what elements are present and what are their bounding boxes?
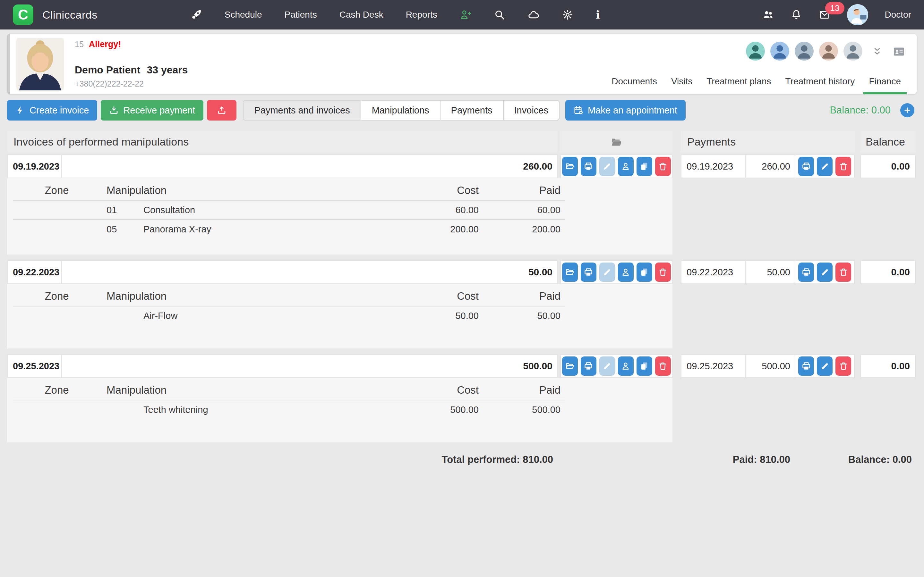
print-invoice-button[interactable]	[581, 356, 596, 376]
staff-avatar[interactable]	[795, 42, 814, 61]
nav-item-reports[interactable]: Reports	[406, 10, 437, 20]
delete-invoice-button[interactable]	[655, 356, 671, 376]
edit-invoice-button-disabled[interactable]	[599, 356, 615, 376]
view-segmented-control: Payments and invoices Manipulations Paym…	[243, 100, 559, 121]
payment-row[interactable]: 09.22.2023 50.00	[681, 260, 855, 284]
invoice-row[interactable]: 09.22.2023 50.00	[7, 260, 557, 284]
payment-amount: 500.00	[746, 355, 795, 377]
payment-row[interactable]: 09.25.2023 500.00	[681, 354, 855, 378]
manipulation-cost: 200.00	[395, 224, 479, 235]
user-role-label[interactable]: Doctor	[885, 10, 911, 20]
top-navbar: C Cliniccards Schedule Patients Cash Des…	[0, 0, 924, 29]
add-patient-icon[interactable]	[460, 9, 471, 21]
delete-payment-button[interactable]	[835, 263, 851, 282]
folder-open-icon	[565, 361, 575, 371]
assign-person-button[interactable]	[618, 157, 634, 176]
staff-avatar[interactable]	[819, 42, 838, 61]
delete-invoice-button[interactable]	[655, 263, 671, 282]
tab-treatment-history[interactable]: Treatment history	[779, 76, 862, 94]
print-invoice-button[interactable]	[581, 157, 596, 176]
copy-invoice-button[interactable]	[636, 263, 652, 282]
staff-avatar[interactable]	[843, 42, 863, 61]
edit-payment-button[interactable]	[817, 356, 833, 376]
col-paid: Paid	[479, 384, 561, 396]
patient-name[interactable]: Demo Patient	[75, 64, 140, 76]
segment-payments[interactable]: Payments	[441, 101, 504, 120]
assign-person-button[interactable]	[618, 263, 634, 282]
nav-item-schedule[interactable]: Schedule	[225, 10, 262, 20]
manipulation-row[interactable]: 05 Panorama X-ray 200.00 200.00	[7, 220, 672, 239]
open-folder-button[interactable]	[562, 263, 578, 282]
open-folder-button[interactable]	[562, 356, 578, 376]
segment-manipulations[interactable]: Manipulations	[361, 101, 441, 120]
mail-button[interactable]: 13	[819, 9, 830, 21]
print-payment-button[interactable]	[798, 356, 814, 376]
print-payment-button[interactable]	[798, 263, 814, 282]
delete-payment-button[interactable]	[835, 157, 851, 176]
edit-invoice-button-disabled[interactable]	[599, 157, 615, 176]
actions-column-header	[560, 131, 672, 153]
patient-tabs: Documents Visits Treatment plans Treatme…	[604, 76, 908, 94]
tab-treatment-plans[interactable]: Treatment plans	[699, 76, 778, 94]
manipulation-row[interactable]: Teeth whitening 500.00 500.00	[7, 400, 672, 419]
search-icon[interactable]	[494, 9, 505, 21]
plus-icon	[903, 106, 911, 114]
payment-row[interactable]: 09.19.2023 260.00	[681, 155, 855, 178]
pencil-icon	[820, 268, 830, 277]
app-logo[interactable]: C	[13, 5, 33, 25]
payment-actions	[795, 155, 854, 177]
add-balance-button[interactable]	[900, 103, 914, 117]
segment-invoices[interactable]: Invoices	[504, 101, 559, 120]
staff-avatar[interactable]	[746, 42, 765, 61]
assign-person-button[interactable]	[618, 356, 634, 376]
trash-icon	[838, 161, 848, 171]
manipulation-row[interactable]: Air-Flow 50.00 50.00	[7, 306, 672, 325]
col-paid: Paid	[479, 290, 561, 302]
open-folder-button[interactable]	[562, 157, 578, 176]
invoice-date: 09.19.2023	[8, 155, 61, 177]
tab-visits[interactable]: Visits	[664, 76, 699, 94]
copy-invoice-button[interactable]	[636, 157, 652, 176]
chevron-double-down-icon[interactable]	[871, 46, 883, 57]
allergy-alert[interactable]: Allergy!	[89, 39, 121, 49]
col-zone: Zone	[7, 184, 107, 197]
upload-icon	[217, 105, 226, 115]
notifications-bell-icon[interactable]	[790, 9, 802, 21]
delete-payment-button[interactable]	[835, 356, 851, 376]
staff-avatar-list	[746, 42, 863, 61]
tab-documents[interactable]: Documents	[604, 76, 664, 94]
create-invoice-button[interactable]: Create invoice	[7, 100, 97, 121]
receive-payment-button[interactable]: Receive payment	[101, 100, 204, 121]
rocket-icon[interactable]	[191, 9, 202, 21]
person-icon	[621, 361, 630, 371]
cloud-icon[interactable]	[528, 9, 540, 21]
delete-invoice-button[interactable]	[655, 157, 671, 176]
staff-avatar[interactable]	[771, 42, 789, 61]
segment-payments-and-invoices[interactable]: Payments and invoices	[244, 101, 361, 120]
make-appointment-button[interactable]: Make an appointment	[565, 100, 686, 121]
edit-payment-button[interactable]	[817, 263, 833, 282]
copy-invoice-button[interactable]	[636, 356, 652, 376]
edit-payment-button[interactable]	[817, 157, 833, 176]
manipulation-row[interactable]: 01 Consultation 60.00 60.00	[7, 201, 672, 219]
info-icon[interactable]: i	[596, 8, 600, 21]
tab-finance[interactable]: Finance	[862, 76, 908, 94]
print-invoice-button[interactable]	[581, 263, 596, 282]
copy-icon	[640, 161, 649, 171]
print-payment-button[interactable]	[798, 157, 814, 176]
user-avatar[interactable]	[847, 4, 868, 25]
staff-users-icon[interactable]	[762, 9, 774, 21]
manipulation-paid: 200.00	[479, 224, 561, 235]
invoice-row[interactable]: 09.19.2023 260.00	[7, 155, 557, 178]
nav-item-patients[interactable]: Patients	[284, 10, 317, 20]
contact-card-icon[interactable]	[891, 45, 907, 58]
patient-phone[interactable]: +380(22)222-22-22	[75, 79, 188, 89]
nav-item-cash-desk[interactable]: Cash Desk	[339, 10, 383, 20]
folder-open-icon	[565, 268, 575, 277]
upload-button[interactable]	[207, 100, 236, 121]
manipulation-cost: 500.00	[395, 405, 479, 415]
patient-photo[interactable]	[16, 38, 64, 90]
edit-invoice-button-disabled[interactable]	[599, 263, 615, 282]
settings-gear-icon[interactable]	[562, 9, 573, 21]
invoice-row[interactable]: 09.25.2023 500.00	[7, 354, 557, 378]
